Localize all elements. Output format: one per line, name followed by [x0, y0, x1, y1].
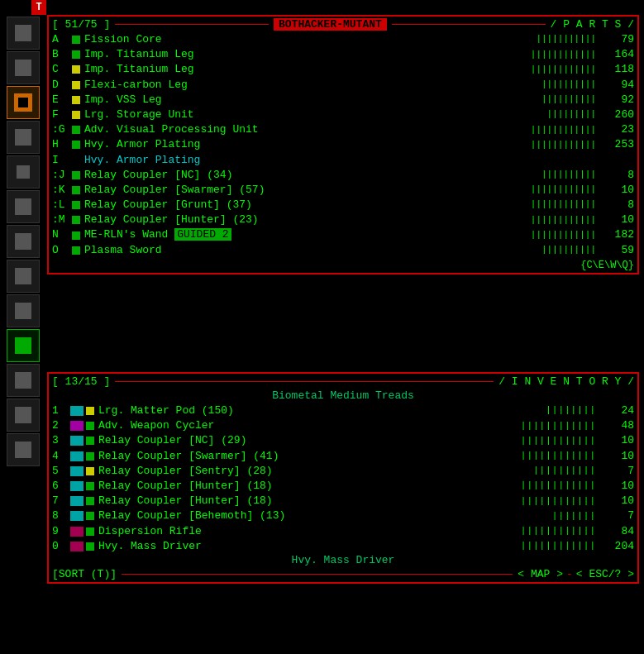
parts-bars-11: |||||||||||| — [531, 198, 596, 211]
parts-row-2[interactable]: CImp. Titanium Leg||||||||||||118 — [52, 62, 634, 77]
sidebar-item-13[interactable] — [7, 433, 40, 466]
sidebar-item-10[interactable] — [7, 329, 40, 362]
parts-row-12[interactable]: :MRelay Coupler [Hunter] (23)|||||||||||… — [52, 212, 634, 227]
parts-row-7[interactable]: HHvy. Armor Plating||||||||||||253 — [52, 137, 634, 152]
inventory-count: [ 13/15 ] — [52, 375, 110, 388]
inv-row-5[interactable]: 6Relay Coupler [Hunter] (18)||||||||||||… — [52, 479, 634, 494]
inv-row-1[interactable]: 2Adv. Weapon Cycler||||||||||||48 — [52, 418, 634, 433]
inv-icon-4 — [70, 466, 83, 476]
sidebar-item-9[interactable] — [7, 294, 40, 327]
parts-row-6[interactable]: :GAdv. Visual Processing Unit|||||||||||… — [52, 122, 634, 137]
parts-row-10[interactable]: :KRelay Coupler [Swarmer] (57)||||||||||… — [52, 183, 634, 198]
inv-bars-4: |||||||||| — [533, 465, 596, 477]
inv-bars-7: ||||||| — [552, 510, 596, 523]
parts-row-3[interactable]: DFlexi-carbon Leg||||||||||94 — [52, 78, 634, 93]
parts-name-14: Plasma Sword — [84, 243, 541, 258]
parts-name-6: Adv. Visual Processing Unit — [84, 122, 531, 137]
inv-icon-8 — [70, 527, 83, 537]
parts-bars-3: |||||||||| — [541, 79, 596, 91]
parts-value-6: 23 — [601, 122, 634, 137]
inv-key-3: 4 — [52, 449, 70, 464]
parts-key-9: :J — [52, 168, 72, 183]
sidebar-item-8[interactable] — [7, 260, 40, 293]
sidebar-item-7[interactable] — [7, 225, 40, 258]
parts-name-8: Hvy. Armor Plating — [84, 153, 634, 168]
inv-value-3: 10 — [601, 449, 634, 464]
parts-name-0: Fission Core — [84, 32, 536, 47]
parts-name-1: Imp. Titanium Leg — [84, 47, 531, 62]
sidebar-item-5[interactable] — [7, 155, 40, 189]
parts-row-13[interactable]: NME-RLN's Wand GUIDED 2||||||||||||182 — [52, 227, 634, 242]
inv-key-9: 0 — [52, 539, 70, 554]
parts-row-14[interactable]: OPlasma Sword||||||||||59 — [52, 243, 634, 258]
inv-row-3[interactable]: 4Relay Coupler [Swarmer] (41)|||||||||||… — [52, 449, 634, 464]
sidebar-item-6[interactable] — [7, 190, 40, 223]
parts-value-14: 59 — [601, 243, 634, 258]
parts-key-1: B — [52, 47, 72, 62]
inv-row-7[interactable]: 8Relay Coupler [Behemoth] (13)|||||||7 — [52, 508, 634, 523]
parts-color-14 — [72, 246, 80, 255]
sidebar-item-3[interactable] — [7, 86, 40, 119]
parts-key-8: I — [52, 153, 72, 168]
parts-color-4 — [72, 96, 80, 104]
sidebar-item-4[interactable] — [7, 121, 40, 154]
parts-key-10: :K — [52, 183, 72, 198]
parts-row-8[interactable]: IHvy. Armor Plating — [52, 153, 634, 168]
inv-row-9[interactable]: 0Hvy. Mass Driver||||||||||||204 — [52, 539, 634, 554]
parts-value-9: 8 — [601, 168, 634, 183]
parts-color-13 — [72, 232, 80, 240]
parts-value-11: 8 — [601, 198, 634, 212]
parts-panel: [ 51/75 ] BOTHACKER-MUTANT / P A R T S /… — [47, 15, 639, 274]
parts-key-12: :M — [52, 212, 72, 227]
parts-name-7: Hvy. Armor Plating — [84, 137, 531, 152]
inv-row-6[interactable]: 7Relay Coupler [Hunter] (18)||||||||||||… — [52, 494, 634, 508]
parts-row-9[interactable]: :JRelay Coupler [NC] (34)||||||||||8 — [52, 168, 634, 183]
parts-value-10: 10 — [601, 183, 634, 198]
inv-value-7: 7 — [601, 508, 634, 523]
inv-icon-0 — [70, 406, 83, 416]
parts-bars-9: |||||||||| — [541, 169, 596, 181]
parts-value-5: 260 — [601, 107, 634, 122]
parts-row-11[interactable]: :LRelay Coupler [Grunt] (37)||||||||||||… — [52, 198, 634, 212]
inv-key-5: 6 — [52, 479, 70, 494]
parts-value-13: 182 — [601, 227, 634, 242]
inv-bars-8: |||||||||||| — [521, 525, 596, 537]
sort-button[interactable]: [SORT (T)] — [52, 568, 117, 580]
parts-row-4[interactable]: EImp. VSS Leg||||||||||92 — [52, 93, 634, 107]
inv-color-1 — [86, 422, 94, 430]
parts-bars-1: |||||||||||| — [531, 49, 596, 61]
inv-row-0[interactable]: 1Lrg. Matter Pod (150)||||||||24 — [52, 403, 634, 418]
parts-name-12: Relay Coupler [Hunter] (23) — [84, 212, 531, 227]
parts-key-6: :G — [52, 122, 72, 137]
sidebar-item-2[interactable] — [7, 51, 40, 84]
parts-title: BOTHACKER-MUTANT — [274, 18, 387, 31]
inv-icon-6 — [70, 496, 83, 506]
parts-row-0[interactable]: AFission Core|||||||||||79 — [52, 32, 634, 47]
inv-row-2[interactable]: 3Relay Coupler [NC] (29)||||||||||||10 — [52, 433, 634, 448]
inv-bars-9: |||||||||||| — [521, 540, 596, 552]
inv-icon-9 — [70, 542, 83, 551]
inv-row-8[interactable]: 9Dispersion Rifle||||||||||||84 — [52, 524, 634, 539]
parts-value-2: 118 — [601, 62, 634, 77]
parts-row-1[interactable]: BImp. Titanium Leg||||||||||||164 — [52, 47, 634, 62]
inv-bars-1: |||||||||||| — [521, 420, 596, 432]
inv-color-6 — [86, 497, 94, 505]
parts-color-9 — [72, 171, 80, 179]
parts-key-11: :L — [52, 198, 72, 212]
parts-bars-4: |||||||||| — [541, 93, 596, 106]
sidebar-item-12[interactable] — [7, 399, 40, 432]
parts-row-5[interactable]: FLrg. Storage Unit|||||||||260 — [52, 107, 634, 122]
inv-row-4[interactable]: 5Relay Coupler [Sentry] (28)||||||||||7 — [52, 464, 634, 479]
inv-key-7: 8 — [52, 508, 70, 523]
esc-button[interactable]: < ESC/? > — [576, 568, 634, 580]
parts-color-1 — [72, 50, 80, 59]
inv-value-6: 10 — [601, 494, 634, 508]
parts-color-7 — [72, 141, 80, 149]
inv-value-1: 48 — [601, 418, 634, 433]
map-button[interactable]: < MAP > — [518, 568, 563, 580]
inv-key-4: 5 — [52, 464, 70, 479]
parts-value-3: 94 — [601, 78, 634, 93]
parts-name-3: Flexi-carbon Leg — [84, 78, 541, 93]
sidebar-item-1[interactable] — [7, 17, 40, 50]
sidebar-item-11[interactable] — [7, 364, 40, 397]
